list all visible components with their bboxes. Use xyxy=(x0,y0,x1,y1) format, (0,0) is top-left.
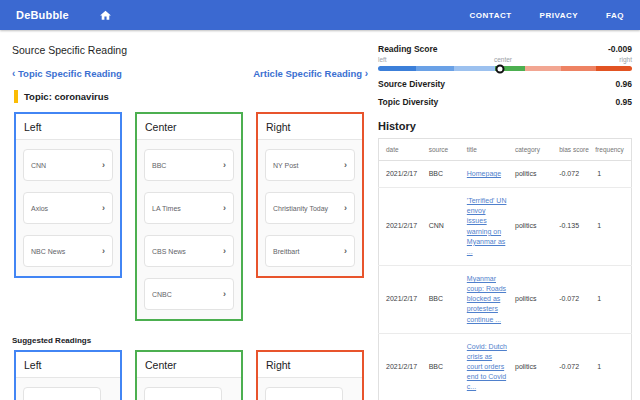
source-card[interactable]: NY Post› xyxy=(265,149,355,181)
source-card-label: LA Times xyxy=(152,205,181,212)
source-card[interactable]: LA Times› xyxy=(144,192,234,224)
debubble-app: DeBubble CONTACT PRIVACY FAQ Source Spec… xyxy=(0,0,640,400)
topic-diversity-label: Topic Diversity xyxy=(378,97,438,107)
topic-diversity-row: Topic Diversity 0.95 xyxy=(378,97,632,107)
suggested-readings-heading: Suggested Readings xyxy=(12,336,368,345)
article-title-link[interactable]: Myanmar coup: Roads blocked as protester… xyxy=(467,275,506,323)
history-cell-frequency: 1 xyxy=(593,265,631,333)
article-title-link[interactable]: 'Terrified' UN envoy issues warning on M… xyxy=(467,197,507,255)
bias-slider-marker[interactable] xyxy=(495,64,504,73)
history-cell-source: CNN xyxy=(425,188,463,266)
bias-slider-labels: left center right xyxy=(378,56,632,63)
source-box-content: BBC› xyxy=(137,377,241,400)
brand-title: DeBubble xyxy=(16,9,69,21)
source-card-label: NY Post xyxy=(273,162,299,169)
source-box-label: Left xyxy=(16,114,120,139)
source-diversity-value: 0.96 xyxy=(615,79,632,89)
source-card[interactable]: CNBC› xyxy=(144,278,234,310)
reading-panel: Source Specific Reading ‹ Topic Specific… xyxy=(0,30,376,400)
source-card[interactable]: Axios› xyxy=(23,192,113,224)
chevron-right-icon: › xyxy=(102,160,105,170)
history-column-header: source xyxy=(425,139,463,161)
chevron-right-icon: › xyxy=(223,289,226,299)
page-title: Source Specific Reading xyxy=(12,44,368,56)
source-box-content: Politico› xyxy=(16,377,120,400)
source-card[interactable]: NBC News› xyxy=(23,235,113,267)
app-header: DeBubble CONTACT PRIVACY FAQ xyxy=(0,0,640,30)
source-card[interactable]: BBC› xyxy=(144,149,234,181)
chevron-right-icon: › xyxy=(223,203,226,213)
source-card-label: CBS News xyxy=(152,248,186,255)
source-columns: LeftCNN›Axios›NBC News›CenterBBC›LA Time… xyxy=(14,112,368,321)
source-card-label: NBC News xyxy=(31,248,65,255)
history-cell-category: politics xyxy=(511,188,555,266)
source-card-label: CNN xyxy=(31,162,46,169)
source-card[interactable]: NY Post› xyxy=(265,387,343,400)
source-card-label: CNBC xyxy=(152,291,172,298)
history-cell-category: politics xyxy=(511,265,555,333)
chevron-right-icon: › xyxy=(365,68,368,79)
topic-label: Topic: coronavirus xyxy=(14,90,368,103)
history-cell-title: Covid: Dutch crisis as court orders end … xyxy=(463,333,511,400)
history-cell-title: Myanmar coup: Roads blocked as protester… xyxy=(463,265,511,333)
history-cell-date: 2021/2/17 xyxy=(379,161,425,188)
article-title-link[interactable]: Covid: Dutch crisis as court orders end … xyxy=(467,343,507,391)
source-box-label: Center xyxy=(137,114,241,139)
nav-contact-link[interactable]: CONTACT xyxy=(470,11,512,20)
history-cell-bias-score: -0.135 xyxy=(555,188,593,266)
source-card-label: Axios xyxy=(31,205,48,212)
chevron-right-icon: › xyxy=(102,203,105,213)
chevron-right-icon: › xyxy=(102,246,105,256)
history-column-header: category xyxy=(511,139,555,161)
source-box-right: RightNY Post›Christianity Today›Breitbar… xyxy=(256,112,364,278)
source-card[interactable]: BBC› xyxy=(144,387,222,400)
source-card[interactable]: Christianity Today› xyxy=(265,192,355,224)
home-button[interactable] xyxy=(99,9,112,22)
source-box-label: Right xyxy=(258,114,362,139)
history-table-row: 2021/2/17BBCMyanmar coup: Roads blocked … xyxy=(379,265,632,333)
source-card[interactable]: CNN› xyxy=(23,149,113,181)
history-table: datesourcetitlecategorybias scorefrequen… xyxy=(378,138,632,400)
source-card-label: Christianity Today xyxy=(273,205,328,212)
source-card[interactable]: Breitbart› xyxy=(265,235,355,267)
history-cell-source: BBC xyxy=(425,161,463,188)
source-box-label: Right xyxy=(258,352,362,377)
source-diversity-row: Source Diversity 0.96 xyxy=(378,79,632,89)
article-title-link[interactable]: Homepage xyxy=(467,170,501,177)
article-specific-reading-link[interactable]: Article Specific Reading › xyxy=(253,68,368,79)
chevron-right-icon: › xyxy=(223,160,226,170)
reading-score-value: -0.009 xyxy=(608,44,632,54)
source-box-left: LeftCNN›Axios›NBC News› xyxy=(14,112,122,278)
history-table-header: datesourcetitlecategorybias scorefrequen… xyxy=(379,139,632,161)
reading-mode-links: ‹ Topic Specific Reading Article Specifi… xyxy=(12,68,368,79)
source-card-label: Breitbart xyxy=(273,248,299,255)
history-cell-frequency: 1 xyxy=(593,188,631,266)
chevron-right-icon: › xyxy=(344,203,347,213)
history-column-header: title xyxy=(463,139,511,161)
topic-specific-reading-link[interactable]: ‹ Topic Specific Reading xyxy=(12,68,122,79)
slider-left-label: left xyxy=(378,56,387,63)
history-table-row: 2021/2/17CNN'Terrified' UN envoy issues … xyxy=(379,188,632,266)
source-card[interactable]: CBS News› xyxy=(144,235,234,267)
history-column-header: frequency xyxy=(593,139,631,161)
history-cell-frequency: 1 xyxy=(593,333,631,400)
history-cell-date: 2021/2/17 xyxy=(379,188,425,266)
history-cell-frequency: 1 xyxy=(593,161,631,188)
history-table-row: 2021/2/17BBCHomepagepolitics-0.0721 xyxy=(379,161,632,188)
chevron-right-icon: › xyxy=(344,160,347,170)
home-icon xyxy=(99,9,112,22)
history-cell-source: BBC xyxy=(425,265,463,333)
source-card[interactable]: Politico› xyxy=(23,387,101,400)
topic-specific-reading-label: Topic Specific Reading xyxy=(18,68,122,79)
history-cell-bias-score: -0.072 xyxy=(555,161,593,188)
history-column-header: bias score xyxy=(555,139,593,161)
nav-faq-link[interactable]: FAQ xyxy=(606,11,624,20)
history-cell-title: 'Terrified' UN envoy issues warning on M… xyxy=(463,188,511,266)
stats-panel: Reading Score -0.009 left center right S… xyxy=(376,30,640,400)
source-diversity-label: Source Diversity xyxy=(378,79,445,89)
source-card-label: BBC xyxy=(152,162,166,169)
history-cell-bias-score: -0.072 xyxy=(555,265,593,333)
source-box-right: RightNY Post› xyxy=(256,350,364,400)
history-cell-date: 2021/2/17 xyxy=(379,265,425,333)
nav-privacy-link[interactable]: PRIVACY xyxy=(540,11,578,20)
